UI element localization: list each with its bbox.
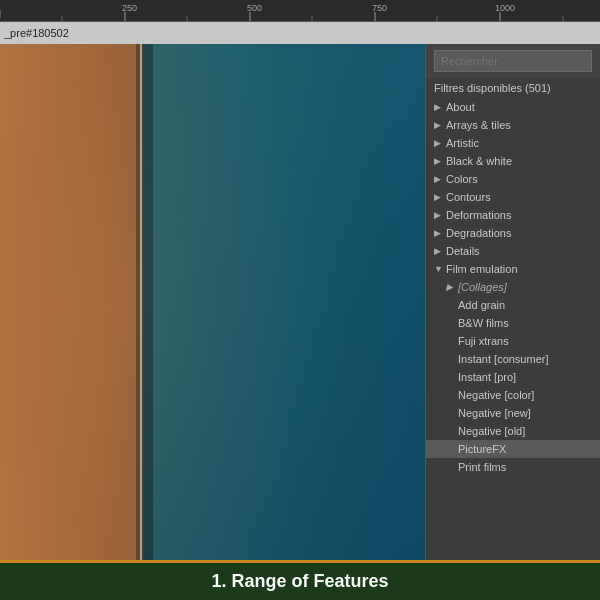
filter-item[interactable]: PictureFX [426, 440, 600, 458]
filter-item[interactable]: ▶Deformations [426, 206, 600, 224]
filter-item-label: Black & white [446, 155, 512, 167]
filter-arrow-icon: ▶ [434, 210, 442, 220]
filter-list[interactable]: ▶About▶Arrays & tiles▶Artistic▶Black & w… [426, 98, 600, 560]
filename-text: _pre#180502 [4, 27, 69, 39]
image-panel [0, 44, 425, 560]
filter-item-label: B&W films [458, 317, 509, 329]
portrait-svg [0, 44, 425, 560]
filter-item-label: PictureFX [458, 443, 506, 455]
filter-item[interactable]: Negative [old] [426, 422, 600, 440]
filter-item[interactable]: ▶About [426, 98, 600, 116]
filter-arrow-icon: ▶ [434, 174, 442, 184]
filter-item-label: Colors [446, 173, 478, 185]
filter-item-label: Instant [pro] [458, 371, 516, 383]
filter-item[interactable]: ▶Details [426, 242, 600, 260]
svg-text:500: 500 [247, 3, 262, 13]
image-divider-line [140, 44, 142, 560]
filter-arrow-icon: ▶ [434, 192, 442, 202]
filter-item[interactable]: ▶Degradations [426, 224, 600, 242]
filter-item-label: Negative [old] [458, 425, 525, 437]
ruler: 250 500 750 1000 [0, 0, 600, 22]
filter-item[interactable]: ▼Film emulation [426, 260, 600, 278]
filter-item[interactable]: Add grain [426, 296, 600, 314]
svg-text:250: 250 [122, 3, 137, 13]
filter-item[interactable]: Fuji xtrans [426, 332, 600, 350]
filter-item-label: Arrays & tiles [446, 119, 511, 131]
filename-bar: _pre#180502 [0, 22, 600, 44]
filter-item[interactable]: ▶Black & white [426, 152, 600, 170]
filter-item-label: Degradations [446, 227, 511, 239]
filter-item-label: About [446, 101, 475, 113]
filter-item-label: Add grain [458, 299, 505, 311]
filter-item-label: Contours [446, 191, 491, 203]
main-area: Filtres disponibles (501) ▶About▶Arrays … [0, 44, 600, 560]
filter-item[interactable]: Instant [consumer] [426, 350, 600, 368]
filter-arrow-icon: ▶ [434, 120, 442, 130]
filter-item[interactable]: ▶Arrays & tiles [426, 116, 600, 134]
svg-rect-16 [145, 44, 426, 560]
filter-arrow-icon: ▶ [434, 246, 442, 256]
filter-item-label: Negative [color] [458, 389, 534, 401]
svg-rect-17 [136, 44, 153, 560]
svg-text:1000: 1000 [495, 3, 515, 13]
caption-text: 1. Range of Features [211, 571, 388, 592]
search-bar [426, 44, 600, 78]
filter-item-label: Instant [consumer] [458, 353, 549, 365]
filter-item-label: Fuji xtrans [458, 335, 509, 347]
svg-text:750: 750 [372, 3, 387, 13]
filter-item[interactable]: ▶Colors [426, 170, 600, 188]
filter-arrow-icon: ▶ [434, 156, 442, 166]
filter-arrow-icon: ▶ [434, 228, 442, 238]
search-input[interactable] [434, 50, 592, 72]
filter-item[interactable]: ▶Artistic [426, 134, 600, 152]
sidebar: Filtres disponibles (501) ▶About▶Arrays … [425, 44, 600, 560]
filter-item[interactable]: ▶[Collages] [426, 278, 600, 296]
filter-arrow-icon: ▶ [434, 102, 442, 112]
filter-item-label: Film emulation [446, 263, 518, 275]
filter-item-label: Details [446, 245, 480, 257]
filter-item-label: Artistic [446, 137, 479, 149]
filter-item-label: Negative [new] [458, 407, 531, 419]
filter-arrow-icon: ▶ [434, 138, 442, 148]
filters-header: Filtres disponibles (501) [426, 78, 600, 98]
filter-item-label: [Collages] [458, 281, 507, 293]
filter-item[interactable]: Negative [new] [426, 404, 600, 422]
ruler-svg: 250 500 750 1000 [0, 0, 600, 22]
caption-bar: 1. Range of Features [0, 560, 600, 600]
filter-item-label: Deformations [446, 209, 511, 221]
filter-item[interactable]: B&W films [426, 314, 600, 332]
filter-arrow-icon: ▼ [434, 264, 442, 274]
filter-item-label: Print films [458, 461, 506, 473]
filter-item[interactable]: Negative [color] [426, 386, 600, 404]
filter-item[interactable]: ▶Contours [426, 188, 600, 206]
filter-item[interactable]: Print films [426, 458, 600, 476]
filter-arrow-icon: ▶ [446, 282, 454, 292]
filter-item[interactable]: Instant [pro] [426, 368, 600, 386]
